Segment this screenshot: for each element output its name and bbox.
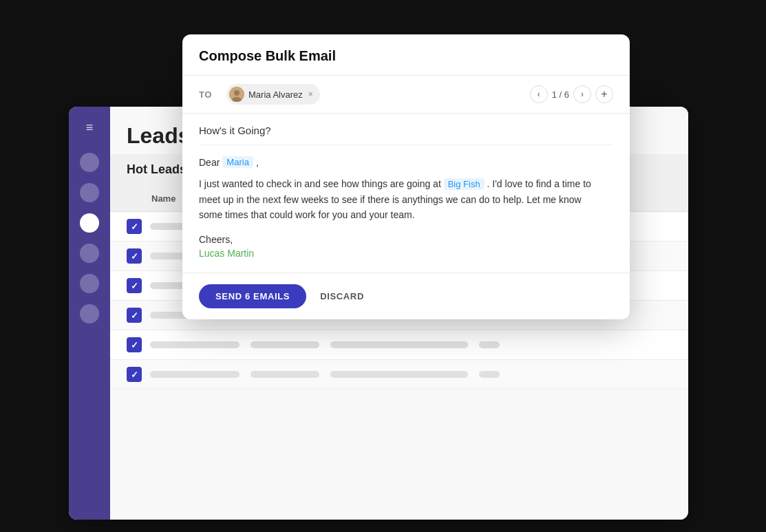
row-checkbox[interactable] <box>127 337 142 352</box>
body-line2: meet up in the next few weeks to see if … <box>199 194 582 205</box>
sidebar-dot-6[interactable] <box>80 304 99 323</box>
discard-button[interactable]: DISCARD <box>320 291 364 301</box>
svg-point-1 <box>234 90 240 96</box>
row-col3-placeholder <box>330 341 468 348</box>
pagination-next-button[interactable]: › <box>573 85 591 103</box>
pagination-add-button[interactable]: + <box>595 85 613 103</box>
row-col4-placeholder <box>479 341 500 348</box>
row-col4-placeholder <box>479 371 500 378</box>
row-checkbox[interactable] <box>127 308 142 323</box>
body-line1: . I'd love to find a time to <box>487 178 591 189</box>
recipient-name: Maria Alvarez <box>248 89 303 100</box>
salutation-comma: , <box>256 157 259 168</box>
email-closing: Cheers, <box>199 234 613 245</box>
table-row <box>110 330 688 360</box>
avatar <box>229 87 244 102</box>
recipient-remove-icon[interactable]: × <box>308 89 313 99</box>
row-content <box>150 341 672 348</box>
recipient-chip[interactable]: Maria Alvarez × <box>226 84 320 105</box>
row-content <box>150 371 672 378</box>
email-salutation: Dear Maria , <box>199 156 613 168</box>
compose-email-modal: Compose Bulk Email TO Maria Alvarez × ‹ … <box>182 34 630 319</box>
row-name-placeholder <box>150 341 240 348</box>
modal-header: Compose Bulk Email <box>182 34 630 76</box>
menu-icon[interactable]: ≡ <box>86 120 94 135</box>
column-name-header: Name <box>151 193 175 204</box>
row-col2-placeholder <box>251 341 319 348</box>
recipient-name-tag: Maria <box>222 156 253 168</box>
send-emails-button[interactable]: SEND 6 EMAILS <box>199 284 306 308</box>
row-checkbox[interactable] <box>127 248 142 264</box>
sidebar-dot-3[interactable] <box>80 213 99 233</box>
row-checkbox[interactable] <box>127 278 142 293</box>
row-col3-placeholder <box>330 371 468 378</box>
modal-footer: SEND 6 EMAILS DISCARD <box>182 273 630 319</box>
modal-to-row: TO Maria Alvarez × ‹ 1 / 6 › + <box>182 76 630 114</box>
sidebar-dot-1[interactable] <box>80 153 99 172</box>
email-signature: Lucas Martin <box>199 248 613 259</box>
email-body-text: I just wanted to check in and see how th… <box>199 176 613 223</box>
salutation-prefix: Dear <box>199 157 220 168</box>
body-line3: some times that could work for you and y… <box>199 209 415 220</box>
row-col2-placeholder <box>251 371 319 378</box>
to-label: TO <box>199 89 218 100</box>
modal-title: Compose Bulk Email <box>199 48 336 63</box>
pagination-count: 1 / 6 <box>552 89 569 100</box>
sub-header-label: Hot Leads <box>127 162 187 177</box>
table-row <box>110 360 688 390</box>
modal-body: How's it Going? Dear Maria , I just want… <box>182 114 630 273</box>
body-intro: I just wanted to check in and see how th… <box>199 178 441 189</box>
row-checkbox[interactable] <box>127 367 142 382</box>
pagination-prev-button[interactable]: ‹ <box>530 85 548 103</box>
sidebar-dot-2[interactable] <box>80 183 99 202</box>
sidebar-dot-4[interactable] <box>80 244 99 263</box>
row-name-placeholder <box>150 371 240 378</box>
sidebar-dot-5[interactable] <box>80 274 99 293</box>
modal-pagination: ‹ 1 / 6 › + <box>530 85 613 103</box>
email-subject: How's it Going? <box>199 125 613 145</box>
company-name-tag: Big Fish <box>444 178 485 190</box>
sidebar: ≡ <box>69 107 110 520</box>
row-checkbox[interactable] <box>127 219 142 234</box>
